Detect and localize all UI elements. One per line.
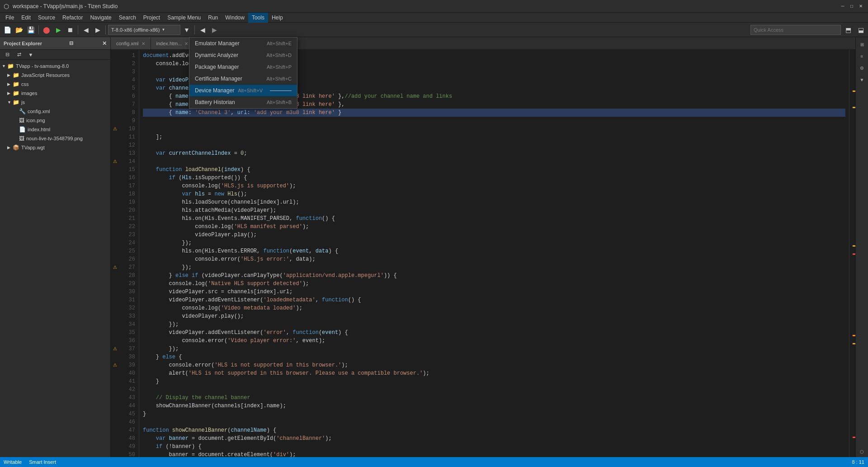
tab-config-xml-1[interactable]: config.xml ✕ — [111, 38, 151, 49]
separator3 — [105, 25, 106, 34]
menu-navigate[interactable]: Navigate — [86, 13, 115, 23]
warning-line — [111, 182, 119, 190]
warning-line — [111, 76, 119, 84]
menu-edit[interactable]: Edit — [18, 13, 34, 23]
separator1 — [38, 25, 39, 34]
tree-item-label: TVapp - tv-samsung-8.0 — [16, 63, 69, 69]
tree-noun-png[interactable]: 🖼 noun-live-tv-3548799.png — [0, 134, 110, 143]
menu-run[interactable]: Run — [204, 13, 222, 23]
menu-window[interactable]: Window — [222, 13, 248, 23]
separator2 — [78, 25, 78, 34]
menu-sample[interactable]: Sample Menu — [164, 13, 204, 23]
save-button[interactable]: 💾 — [25, 24, 36, 35]
next-nav-button[interactable]: ▶ — [209, 24, 220, 35]
menu-project[interactable]: Project — [140, 13, 164, 23]
project-explorer-title: Project Explorer — [4, 41, 42, 46]
run-button[interactable]: ▶ — [53, 24, 64, 35]
tree-images[interactable]: ▶ 📁 images — [0, 89, 110, 98]
menu-dynamic-analyzer[interactable]: Dynamic Analyzer Alt+Shift+D — [189, 49, 297, 61]
panel-toolbar: ⊟ ⇄ ▼ — [0, 50, 110, 60]
sidebar-palette-button[interactable]: ⊞ — [857, 39, 868, 50]
tab-close-icon[interactable]: ✕ — [184, 41, 188, 46]
tree-js-resources[interactable]: ▶ 📁 JavaScript Resources — [0, 71, 110, 80]
tree-root[interactable]: ▼ 📁 TVapp - tv-samsung-8.0 — [0, 62, 110, 71]
line-numbers: 12345 678910 1112131415 1617181920 21222… — [119, 50, 139, 457]
menu-emulator-manager[interactable]: Emulator Manager Alt+Shift+E — [189, 38, 297, 49]
menu-source[interactable]: Source — [34, 13, 59, 23]
menu-battery-historian[interactable]: Battery Historian Alt+Shift+B — [189, 96, 297, 108]
status-bar: Writable Smart Insert 8 : 11 — [0, 457, 868, 467]
panel-menu-icon[interactable]: ⊟ — [69, 40, 73, 46]
menu-device-manager[interactable]: Device Manager Alt+Shift+V ———— — [189, 85, 297, 96]
warning-line — [111, 206, 119, 214]
warning-line — [111, 353, 119, 361]
tab-index-htm[interactable]: index.htm... ✕ — [151, 38, 194, 49]
html-icon: 📄 — [19, 126, 26, 133]
left-panel: Project Explorer ⊟ ✕ ⊟ ⇄ ▼ ▼ 📁 TVapp - t… — [0, 37, 111, 457]
tree-item-label: css — [21, 81, 29, 87]
close-button[interactable]: ✕ — [857, 3, 864, 10]
sidebar-arrow-button[interactable]: ▼ — [857, 74, 868, 85]
warning-line — [111, 141, 119, 149]
minimize-button[interactable]: ─ — [839, 3, 846, 10]
open-button[interactable]: 📂 — [14, 24, 24, 35]
tree-tvapp-wgt[interactable]: ▶ 📦 TVapp.wgt — [0, 143, 110, 152]
menu-package-manager[interactable]: Package Manager Alt+Shift+P — [189, 61, 297, 73]
tree-index-html[interactable]: 📄 index.html — [0, 125, 110, 134]
forward-button[interactable]: ▶ — [92, 24, 103, 35]
tree-icon-png[interactable]: 🖼 icon.png — [0, 116, 110, 125]
project-explorer-header: Project Explorer ⊟ ✕ — [0, 37, 110, 50]
folder-icon: 📁 — [13, 90, 19, 96]
maximize-panel-button[interactable]: ⬒ — [843, 24, 854, 35]
code-editor[interactable]: document.addEventListener( console.log('… — [139, 50, 849, 457]
warning-line — [111, 304, 119, 312]
maximize-button[interactable]: □ — [848, 3, 855, 10]
warning-gutter: ⚠ ⚠ ⚠ — [111, 50, 119, 457]
warning-line — [111, 312, 119, 320]
menu-tools[interactable]: Tools — [248, 13, 268, 23]
right-sidebar: ⊞ ≡ ⚙ ▼ ⬡ — [855, 37, 868, 457]
arrow-icon: ▶ — [7, 145, 13, 150]
stop-button[interactable]: ⏹ — [65, 24, 75, 35]
warning-line — [111, 320, 119, 329]
dropdown-expand-button[interactable]: ▼ — [181, 24, 192, 35]
panel-close-button[interactable]: ✕ — [102, 40, 107, 47]
sidebar-more-button[interactable]: ⬡ — [857, 446, 868, 457]
tree-config-xml[interactable]: 🔧 config.xml — [0, 107, 110, 116]
restore-panel-button[interactable]: ⬓ — [855, 24, 866, 35]
back-button[interactable]: ◀ — [80, 24, 91, 35]
platform-dropdown[interactable]: T-8.0-x86 (offline-x86) ▼ — [108, 25, 180, 35]
warning-line — [111, 329, 119, 337]
warning-line — [111, 84, 119, 92]
menu-help[interactable]: Help — [268, 13, 287, 23]
menu-certificate-manager[interactable]: Certificate Manager Alt+Shift+C — [189, 73, 297, 85]
debug-button[interactable]: ⬤ — [41, 24, 52, 35]
arrow-icon: ▶ — [7, 91, 13, 95]
new-button[interactable]: 📄 — [2, 24, 13, 35]
prev-nav-button[interactable]: ◀ — [197, 24, 208, 35]
warning-line — [111, 239, 119, 247]
menu-search[interactable]: Search — [115, 13, 140, 23]
view-menu-button[interactable]: ▼ — [25, 49, 36, 60]
tab-label: index.htm... — [156, 41, 182, 46]
menu-refactor[interactable]: Refactor — [59, 13, 86, 23]
sidebar-outline-button[interactable]: ≡ — [857, 51, 868, 62]
quick-access-bar: ⬒ ⬓ — [750, 24, 866, 35]
tab-close-icon[interactable]: ✕ — [142, 41, 145, 46]
tree-item-label: noun-live-tv-3548799.png — [26, 136, 83, 141]
warning-line — [111, 288, 119, 296]
link-editor-button[interactable]: ⇄ — [14, 49, 24, 60]
quick-access-input[interactable] — [750, 25, 841, 35]
title-text: workspace - TVapp/js/main.js - Tizen Stu… — [13, 3, 118, 10]
tree-js[interactable]: ▼ 📁 js — [0, 98, 110, 107]
collapse-all-button[interactable]: ⊟ — [2, 49, 13, 60]
project-tree: ▼ 📁 TVapp - tv-samsung-8.0 ▶ 📁 JavaScrip… — [0, 60, 110, 457]
warning-line — [111, 100, 119, 109]
menu-file[interactable]: File — [2, 13, 18, 23]
status-right: 8 : 11 — [852, 459, 864, 465]
tree-item-label: config.xml — [28, 109, 50, 114]
sidebar-props-button[interactable]: ⚙ — [857, 62, 868, 73]
warning-line — [111, 92, 119, 100]
tree-css[interactable]: ▶ 📁 css — [0, 80, 110, 89]
tree-item-label: images — [21, 91, 37, 96]
